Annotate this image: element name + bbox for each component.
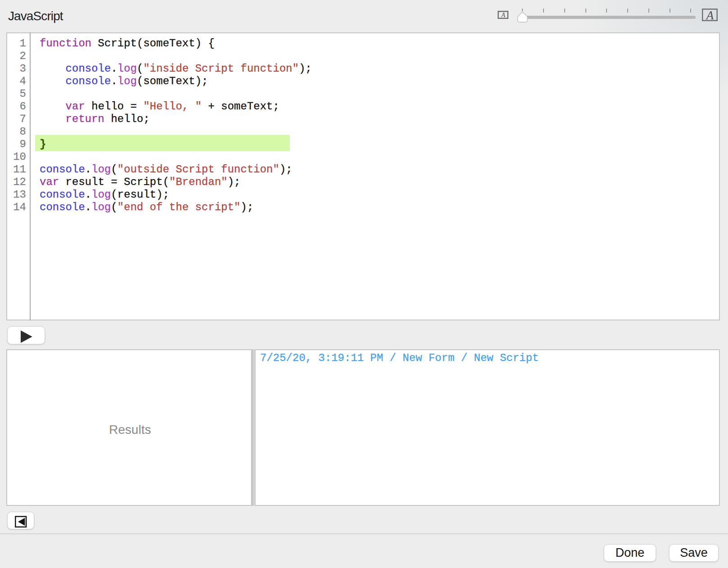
svg-text:A: A bbox=[706, 9, 714, 21]
svg-text:A: A bbox=[501, 12, 505, 18]
